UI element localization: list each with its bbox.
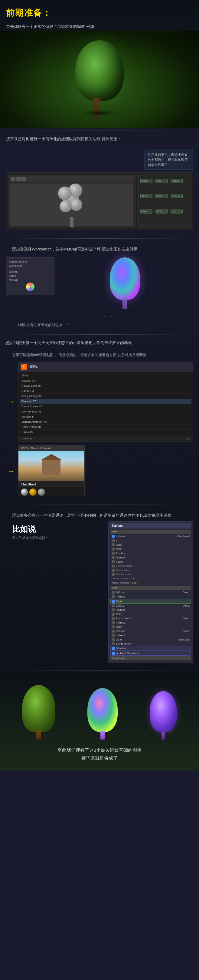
checkbox-shadow[interactable] [112,647,115,650]
checkbox-volume-direct[interactable] [112,630,115,633]
ph-item-12[interactable]: Urban 49 [20,430,191,435]
aov-samplecount-label: Sample Count [120,577,136,580]
ph-item-label-9: Sunrise 34 [22,415,35,418]
checkbox-denoising[interactable] [112,565,115,568]
checkbox-environment[interactable] [112,642,115,645]
checkbox-mist[interactable] [112,547,115,550]
node-6[interactable]: Instance [171,194,183,198]
wb-divider [9,269,52,269]
node-2[interactable]: Geo [155,179,167,183]
checkbox-ao[interactable] [112,652,115,655]
aov-light-section: Light [111,586,191,590]
node-1[interactable]: Input [141,179,152,183]
checkbox-vector[interactable] [112,560,115,563]
checkbox-transmission-indirect[interactable] [112,621,115,624]
checkbox-material-index[interactable] [112,573,115,576]
simple-trunk [70,217,74,228]
ph-item-9[interactable]: Sunrise 34 [20,414,191,420]
node-9[interactable]: Join [171,209,183,213]
aov-trans-indirect-label: Indirect [116,621,125,624]
aov-diffuse-color-label: Color [116,600,123,603]
checkbox-diffuse-color[interactable] [112,600,115,603]
toolbar-btn-3[interactable] [22,177,26,181]
aov-header: Passes [111,523,191,528]
callout-text: 利用几何节点，理论上所有的树都通用，但是具体数值就靠自己调了 [148,153,188,167]
ph-item-label-7: TonnarSunset 48 [22,405,42,408]
aov-volume-label: Volume [116,630,125,633]
checkbox-normal[interactable] [112,556,115,559]
blender-toolbar [10,176,133,182]
ph-item-label-1: All 48 [22,374,28,377]
tree-green [21,685,57,740]
ph-item-7[interactable]: TonnarSunset 48 [20,404,191,409]
checkbox-object-index[interactable] [112,569,115,572]
toolbar-btn-1[interactable] [11,177,16,181]
aov-diffuse-label: Diffuse [116,591,124,594]
aov-volume-indirect-row: Indirect [111,633,191,638]
ph-item-3[interactable]: Natural Light 56 [20,383,191,388]
shed-label: The Shed [19,481,84,487]
ph-item-5[interactable]: Partly Cloudy 30 [20,394,191,399]
blender-3d-viewport [10,183,133,226]
holo-tree [107,258,143,309]
aov-mist-label: Mist [116,547,121,550]
shed-header: HDRIs: Skies > Overcast [19,445,84,451]
ph-item-8[interactable]: Low Contrast 48 [20,409,191,414]
aov-vol-indirect-label: Indirect [116,634,125,637]
divider-2 [6,238,193,239]
aov-alpha-value[interactable]: 0.10 [130,581,137,584]
tree-canopy [75,40,124,101]
matcap-sphere[interactable] [26,283,35,291]
checkbox-volume-indirect[interactable] [112,634,115,637]
checkbox-transmission-direct[interactable] [112,617,115,620]
ph-item-4[interactable]: Nature Hq [20,388,191,394]
checkbox-combined[interactable] [112,535,115,538]
checkbox-color[interactable] [112,543,115,546]
ph-item-2[interactable]: Outdoor 34 [20,378,191,383]
aov-transmission-color-row: Color [111,625,191,629]
node-4[interactable]: Mesh [141,194,152,198]
aov-trans-direct-label: Direct [182,617,190,620]
blender-viewport-panel [8,174,136,228]
ph-contribute[interactable]: Contribute [21,437,32,440]
aov-environment-label: Environment [116,642,131,645]
ph-item-11[interactable]: Golden Hour 18 [20,425,191,430]
node-8[interactable]: Math [155,209,167,213]
arrow-right-1: → [6,361,16,442]
ph-item-label-12: Urban 49 [22,431,33,434]
checkbox-z[interactable] [112,539,115,542]
node-7[interactable]: Value [141,209,152,213]
section-title: 前期准备： [0,0,199,21]
checkbox-glossy-indirect[interactable] [112,608,115,611]
checkbox-diffuse-indirect[interactable] [112,595,115,598]
aov-alpha-row: Alpha Threshold 0.10 [111,581,191,585]
aov-include-label: Include [116,535,125,538]
aov-diffuse-indirect-label: Indirect [116,595,125,598]
ph-item-6[interactable]: Overcast 23 [20,399,191,404]
aov-transmission-direct-row: Transmission Direct [111,616,191,620]
aov-debug-row: Debug Sample Count [111,577,191,581]
tree-normal-trunk [100,731,105,740]
section4-text: 然后我们要做一个阴天无投影状态下的正常渲染树，作为最终效果的基底 [0,337,199,348]
ph-item-10[interactable]: MorningAfternoon 46 [20,420,191,425]
checkbox-glossy-color[interactable] [112,612,115,616]
wb-lighting-label: Lighting [9,270,52,273]
node-5[interactable]: Point [155,194,167,198]
checkbox-glossy-direct[interactable] [112,604,115,607]
checkbox-position[interactable] [112,552,115,555]
aov-glossy-direct-row: Glossy Direct [111,604,191,608]
aov-index-row: Denoising Data [111,564,191,568]
aov-other-label: Other [116,638,123,641]
checkbox-emission[interactable] [112,638,115,641]
toolbar-btn-2[interactable] [16,177,21,181]
checkbox-transmission-color[interactable] [112,625,115,628]
aov-emission-row: Other Emission [111,638,191,642]
node-3[interactable]: Output [171,179,183,183]
checkbox-diffuse-direct[interactable] [112,591,115,594]
shed-building [42,460,60,475]
ph-item-1[interactable]: All 48 [20,373,191,378]
bottom-section: 至此我们便有了这3个最关键最基础的图像 接下来就是合成了 [0,673,199,772]
divider-1 [6,130,193,131]
mat-ball-2 [29,488,36,496]
aov-vol-direct-label: Direct [182,630,190,633]
